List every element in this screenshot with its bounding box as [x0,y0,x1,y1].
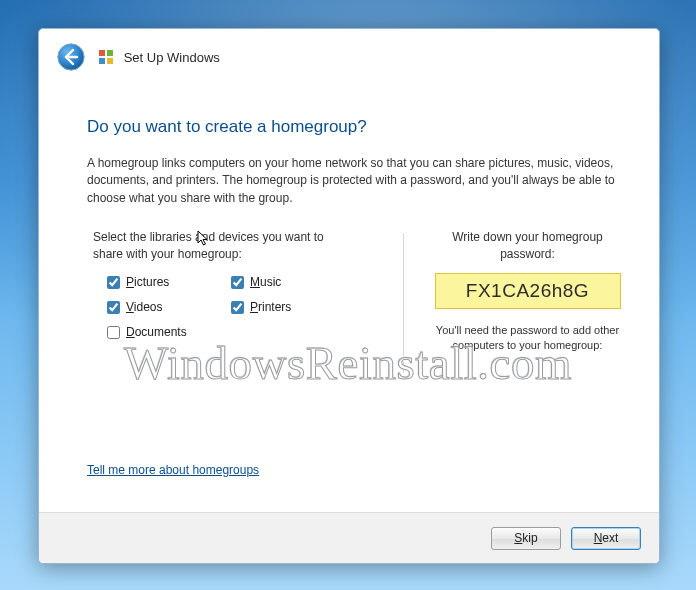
two-column-area: Select the libraries and devices you wan… [87,229,625,373]
write-password-label: Write down your homegroup password: [433,229,623,263]
page-description: A homegroup links computers on your home… [87,155,625,207]
homegroup-password: FX1CA26h8G [435,273,621,309]
checkbox-printers-label: Printers [250,300,291,315]
checkbox-printers[interactable]: Printers [231,300,351,315]
dialog-content: Do you want to create a homegroup? A hom… [39,91,659,373]
page-heading: Do you want to create a homegroup? [87,117,625,137]
select-libraries-label: Select the libraries and devices you wan… [93,229,333,263]
select-libraries-text: Select the libraries and devices you wan… [93,230,324,261]
checkbox-videos-input[interactable] [107,301,120,314]
checkbox-documents-label: Documents [126,325,187,340]
checkbox-documents[interactable]: Documents [107,325,227,340]
checkbox-documents-input[interactable] [107,326,120,339]
back-button[interactable] [57,43,85,71]
dialog-footer: Skip Next [39,512,659,563]
skip-button[interactable]: Skip [491,527,561,550]
svg-rect-5 [107,58,113,64]
window-flag-icon [98,49,114,65]
share-column: Select the libraries and devices you wan… [87,229,403,373]
skip-button-rest: kip [522,531,537,545]
need-password-label: You'll need the password to add other co… [430,323,625,354]
share-checkbox-grid: Pictures Music Videos Printers [87,275,377,340]
checkbox-music[interactable]: Music [231,275,351,290]
checkbox-pictures-input[interactable] [107,276,120,289]
svg-rect-4 [99,58,105,64]
checkbox-music-label: Music [250,275,281,290]
next-button-rest: ext [602,531,618,545]
checkbox-pictures-label: Pictures [126,275,169,290]
tell-me-more-link[interactable]: Tell me more about homegroups [87,463,259,477]
checkbox-videos[interactable]: Videos [107,300,227,315]
checkbox-pictures[interactable]: Pictures [107,275,227,290]
setup-dialog: Set Up Windows Do you want to create a h… [38,28,660,564]
checkbox-printers-input[interactable] [231,301,244,314]
svg-rect-3 [107,50,113,56]
svg-rect-2 [99,50,105,56]
dialog-title: Set Up Windows [124,50,220,65]
checkbox-music-input[interactable] [231,276,244,289]
checkbox-videos-label: Videos [126,300,162,315]
password-column: Write down your homegroup password: FX1C… [404,229,625,373]
next-button[interactable]: Next [571,527,641,550]
dialog-header: Set Up Windows [39,29,659,91]
